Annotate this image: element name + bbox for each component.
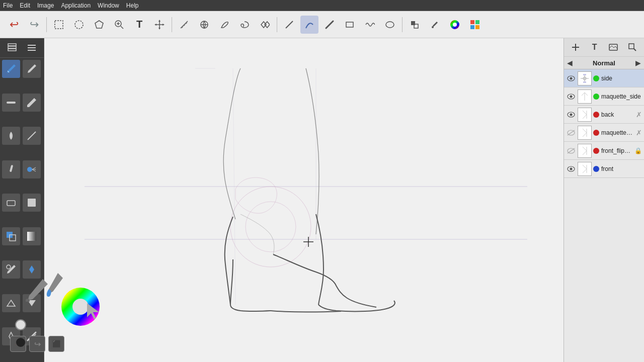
layer-eye-front_flipped[interactable]	[566, 146, 576, 156]
layer-eye-front[interactable]	[566, 164, 576, 174]
brush-icon	[5, 63, 17, 75]
svg-point-51	[246, 202, 296, 252]
smudge-tool[interactable]	[2, 127, 20, 145]
float-redo-button[interactable]: ↪	[29, 336, 45, 352]
layer-thumb-side	[578, 71, 592, 85]
brush-tool[interactable]	[2, 60, 20, 78]
hard-pencil-tool[interactable]	[23, 127, 41, 145]
svg-marker-11	[154, 24, 156, 26]
layer-eye-back[interactable]	[566, 110, 576, 120]
new-layer-button[interactable]	[569, 40, 583, 54]
palette-icon	[469, 19, 480, 30]
color-indicator[interactable]	[15, 337, 26, 348]
layer-thumb-back	[578, 108, 592, 122]
redo-button[interactable]: ↪	[25, 16, 43, 34]
zoom-icon	[114, 20, 124, 30]
charcoal-tool[interactable]	[2, 94, 20, 112]
select-ellipse-button[interactable]	[70, 16, 88, 34]
select-poly-button[interactable]	[90, 16, 108, 34]
layer-row-side[interactable]: side	[564, 69, 644, 87]
layer-eye-maquette_back[interactable]	[566, 128, 576, 138]
pencil-tool[interactable]	[23, 94, 41, 112]
layer-button[interactable]	[5, 40, 20, 55]
brush-stroke-button[interactable]	[320, 16, 339, 34]
palette-knife-icon	[5, 163, 17, 175]
zoom-button[interactable]	[110, 16, 128, 34]
opacity-indicator[interactable]	[15, 319, 26, 330]
menu-image[interactable]: Image	[37, 2, 54, 9]
ruler-button[interactable]	[175, 16, 193, 34]
bottom-float-panel: ↩ ↪ ⬛	[10, 272, 116, 352]
lasso-button[interactable]	[235, 16, 254, 34]
blend-prev-button[interactable]: ◀	[567, 59, 573, 67]
menu-help[interactable]: Help	[126, 2, 139, 9]
cursor-float-icon	[83, 299, 105, 321]
layer-row-front[interactable]: front	[564, 160, 644, 178]
airbrush-tool[interactable]	[23, 160, 41, 178]
wet-brush-float[interactable]	[43, 272, 68, 297]
select-rect-button[interactable]	[50, 16, 68, 34]
layer-eye-side[interactable]	[566, 73, 576, 83]
select-ellipse-icon	[74, 20, 84, 30]
canvas-area[interactable]	[44, 38, 564, 362]
layer-lock-front_flipped[interactable]: 🔒	[634, 147, 642, 154]
move-button[interactable]	[150, 16, 169, 34]
menu-application[interactable]: Application	[61, 2, 91, 9]
layer-row-front_flipped[interactable]: front_flipped🔒	[564, 142, 644, 160]
layer-cross-back[interactable]: ✗	[636, 111, 642, 119]
svg-rect-28	[475, 20, 479, 24]
svg-point-71	[570, 113, 573, 116]
stamp-button[interactable]	[406, 16, 424, 34]
layer-row-back[interactable]: back✗	[564, 106, 644, 124]
menu-toggle-button[interactable]	[24, 40, 39, 55]
menu-file[interactable]: File	[3, 2, 13, 9]
ink-pen-icon	[26, 63, 38, 75]
curve-line-button[interactable]	[300, 16, 318, 34]
image-layer-button[interactable]	[606, 40, 620, 54]
layer-eye-maquette_side[interactable]	[566, 92, 576, 102]
svg-rect-27	[470, 20, 474, 24]
layer-name-front: front	[601, 165, 642, 172]
ellipse-shape-button[interactable]	[381, 16, 399, 34]
layer-name-maquette_side: maquette_side	[601, 93, 642, 100]
rect-shape-button[interactable]	[341, 16, 359, 34]
straight-line-button[interactable]	[280, 16, 298, 34]
pen-button[interactable]	[215, 16, 233, 34]
svg-marker-12	[163, 24, 165, 26]
float-copy-button[interactable]: ⬛	[48, 336, 64, 352]
select-multi-button[interactable]	[256, 16, 274, 34]
gradient-icon	[26, 230, 38, 242]
ink-pen-tool[interactable]	[23, 60, 41, 78]
wave-button[interactable]	[361, 16, 379, 34]
eraser-tool[interactable]	[2, 194, 20, 212]
svg-rect-30	[475, 25, 479, 29]
charcoal-icon	[5, 97, 17, 109]
color-wheel-button[interactable]	[446, 16, 464, 34]
text-button[interactable]: T	[130, 16, 148, 34]
transform-button[interactable]	[195, 16, 213, 34]
layer-row-maquette_back[interactable]: maquette_back✗	[564, 124, 644, 142]
fill-layer-button[interactable]	[625, 40, 639, 54]
palette-button[interactable]	[466, 16, 484, 34]
blend-next-button[interactable]: ▶	[635, 59, 641, 67]
menu-edit[interactable]: Edit	[20, 2, 30, 9]
select-multi-icon	[260, 20, 270, 30]
layer-row-maquette_side[interactable]: maquette_side	[564, 87, 644, 106]
gradient-tool[interactable]	[23, 227, 41, 245]
cursor-float[interactable]	[83, 299, 105, 321]
layer-dot-front_flipped	[593, 148, 599, 154]
block-eraser-tool[interactable]	[23, 194, 41, 212]
fill-icon	[5, 230, 17, 242]
svg-point-1	[75, 21, 83, 29]
layer-thumb-front_flipped	[578, 144, 592, 158]
menu-window[interactable]: Window	[98, 2, 119, 9]
svg-point-21	[386, 22, 394, 28]
undo-button[interactable]: ↩	[5, 16, 23, 34]
eye-closed-icon	[567, 148, 575, 154]
palette-knife-tool[interactable]	[2, 160, 20, 178]
layer-cross-maquette_back[interactable]: ✗	[636, 129, 642, 137]
fill-tool[interactable]	[2, 227, 20, 245]
text-layer-button[interactable]: T	[588, 40, 602, 54]
eyedropper-button[interactable]	[426, 16, 444, 34]
svg-marker-10	[158, 28, 160, 30]
